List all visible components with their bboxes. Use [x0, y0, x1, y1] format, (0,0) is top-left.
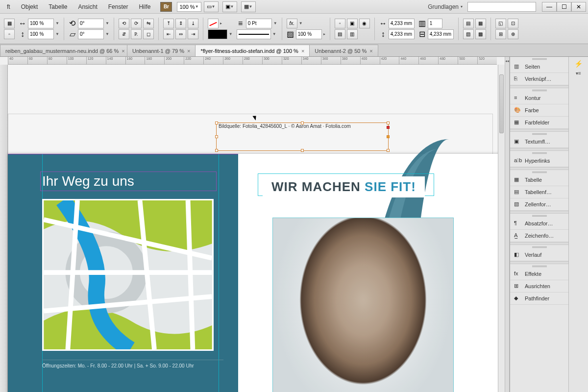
arrange-button[interactable]: ▦▼ — [241, 1, 256, 12]
window-maximize-button[interactable]: ☐ — [557, 2, 571, 12]
panel-stroke[interactable]: ≡Kontur — [510, 92, 568, 104]
shear-field[interactable] — [78, 29, 104, 39]
rotate-ccw-icon[interactable]: ⟲ — [119, 19, 129, 28]
menu-object[interactable]: Objekt — [16, 1, 43, 12]
color-icon: 🎨 — [514, 107, 522, 114]
menu-table[interactable]: Tabelle — [44, 1, 72, 12]
bridge-button[interactable]: Br — [160, 2, 172, 12]
align-top-icon[interactable]: ⤒ — [163, 19, 174, 28]
align-bottom-icon[interactable]: ⤓ — [188, 19, 198, 28]
flip-h-icon[interactable]: ⇋ — [143, 19, 154, 28]
panel-color[interactable]: 🎨Farbe — [510, 104, 568, 117]
stroke-swatch[interactable] — [208, 29, 227, 39]
window-minimize-button[interactable]: — — [542, 2, 557, 12]
gap-x-icon: ↔ — [379, 20, 387, 27]
panel-fx[interactable]: fxEffekte — [510, 268, 568, 280]
panel-pages[interactable]: ▥Seiten — [510, 61, 568, 73]
stroke-style-field[interactable] — [237, 29, 271, 39]
close-icon[interactable]: × — [187, 48, 190, 54]
zoom-combo[interactable]: 100 % ▼ — [177, 2, 201, 12]
scale-x-field[interactable] — [28, 19, 54, 28]
document-tab[interactable]: Unbenannt-1 @ 79 %× — [127, 45, 196, 56]
shear-icon: ▱ — [69, 30, 76, 38]
gap-y-field[interactable] — [389, 29, 415, 39]
panel-wrap[interactable]: ▣Textumfl… — [510, 136, 568, 148]
textframe-opt1-icon[interactable]: ▤ — [463, 19, 474, 28]
lightning-icon[interactable]: ⚡ — [574, 60, 583, 68]
wrap-bbox-icon[interactable]: ▣ — [347, 19, 358, 28]
textframe-opt4-icon[interactable]: ▩ — [475, 29, 486, 39]
screen-mode-button[interactable]: ▣▼ — [222, 1, 237, 12]
document-tab[interactable]: Unbenannt-2 @ 50 %× — [309, 45, 378, 56]
scrollbar-thumb[interactable] — [499, 74, 504, 133]
panel-grad[interactable]: ◧Verlauf — [510, 249, 568, 261]
flyer-page[interactable]: Ihr Weg zu uns — [8, 154, 500, 392]
opacity-field[interactable] — [296, 29, 322, 39]
menu-help[interactable]: Hilfe — [134, 1, 155, 12]
panel-para[interactable]: ¶Absatzfor… — [510, 218, 568, 230]
fit-frame-icon[interactable]: ⊞ — [495, 29, 506, 39]
panel-hyper[interactable]: a⃓bHyperlinks — [510, 155, 568, 167]
textframe-opt3-icon[interactable]: ▧ — [463, 29, 474, 39]
center-content-icon[interactable]: ⊕ — [508, 29, 518, 39]
panel-table[interactable]: ▦Tabelle — [510, 174, 568, 186]
workspace-switcher[interactable]: Grundlagen▾ — [424, 3, 466, 10]
search-input[interactable] — [467, 2, 536, 12]
wrap-none-icon[interactable]: ▫ — [335, 19, 345, 28]
horizontal-ruler[interactable]: 4060801001201401601802002202402602803003… — [8, 57, 497, 65]
gap-x-field[interactable] — [389, 19, 415, 28]
fx-button[interactable]: fx. — [287, 19, 297, 28]
corner-options-icon[interactable]: ◱ — [495, 19, 506, 28]
textframe-opt2-icon[interactable]: ▦ — [475, 19, 486, 28]
view-options-button[interactable]: ▭▼ — [204, 1, 219, 12]
map-image-frame[interactable] — [42, 199, 214, 351]
panel-collapse-strip[interactable]: ◂◂ — [505, 57, 510, 392]
close-icon[interactable]: × — [369, 48, 372, 54]
point-type-icon[interactable]: P. — [131, 29, 142, 39]
links-icon: ⎘ — [514, 75, 522, 82]
wrap-jump-icon[interactable]: ▤ — [335, 29, 345, 39]
panel-label: Kontur — [525, 95, 540, 101]
panel-menu-icon[interactable]: ▾≡ — [576, 71, 581, 76]
fill-none-swatch[interactable] — [208, 19, 219, 28]
panel-path[interactable]: ◆Pathfinder — [510, 293, 568, 305]
rotate-cw-icon[interactable]: ⟳ — [131, 19, 142, 28]
stroke-weight-field[interactable] — [246, 19, 272, 28]
columns-field[interactable] — [428, 19, 442, 28]
close-icon[interactable]: × — [301, 48, 304, 54]
wrap-shape-icon[interactable]: ◉ — [359, 19, 370, 28]
rotation-field[interactable] — [78, 19, 104, 28]
tab-label: Unbenannt-1 @ 79 % — [132, 48, 184, 54]
constrain-icon[interactable]: ▫ — [4, 29, 15, 39]
vertical-scrollbar[interactable] — [498, 65, 505, 392]
panel-swatches[interactable]: ▦Farbfelder — [510, 117, 568, 129]
document-tab[interactable]: reiben_galabau_mustermann-neu.indd @ 66 … — [0, 45, 127, 56]
rotate-icon: ⟲ — [69, 20, 76, 27]
scale-y-field[interactable] — [28, 29, 54, 39]
wrap-jumpnext-icon[interactable]: ▥ — [347, 29, 358, 39]
panel-cellf[interactable]: ▧Zellenfor… — [510, 198, 568, 211]
model-photo-frame[interactable] — [272, 218, 454, 392]
flip-v-icon[interactable]: ⇵ — [119, 29, 129, 39]
align-hcenter-icon[interactable]: ⇔ — [175, 29, 186, 39]
panel-tablef[interactable]: ▤Tabellenf… — [510, 186, 568, 198]
document-canvas[interactable]: 4060801001201401601802002202402602803003… — [0, 57, 505, 392]
align-left-icon[interactable]: ⇤ — [163, 29, 174, 39]
ref-point-icon[interactable]: ▦ — [4, 19, 15, 28]
panel-char[interactable]: A̲Zeichenfo… — [510, 230, 568, 242]
table-icon: ▦ — [514, 176, 522, 183]
align-right-icon[interactable]: ⇥ — [188, 29, 198, 39]
panel-align[interactable]: ⊞Ausrichten — [510, 280, 568, 293]
window-close-button[interactable]: ✕ — [571, 2, 586, 12]
menu-item[interactable]: ft — [2, 1, 15, 12]
gutter-field[interactable] — [428, 29, 454, 39]
fit-content-icon[interactable]: ⊡ — [508, 19, 518, 28]
select-container-icon[interactable]: ◻ — [143, 29, 154, 39]
menu-window[interactable]: Fenster — [103, 1, 133, 12]
panel-links[interactable]: ⎘Verknüpf… — [510, 73, 568, 85]
document-tab-active[interactable]: *flyer-fitness-studio-stefan.indd @ 100 … — [195, 45, 310, 56]
vertical-ruler[interactable] — [0, 65, 8, 392]
menu-view[interactable]: Ansicht — [73, 1, 102, 12]
close-icon[interactable]: × — [122, 48, 124, 54]
align-vcenter-icon[interactable]: ⇕ — [175, 19, 186, 28]
